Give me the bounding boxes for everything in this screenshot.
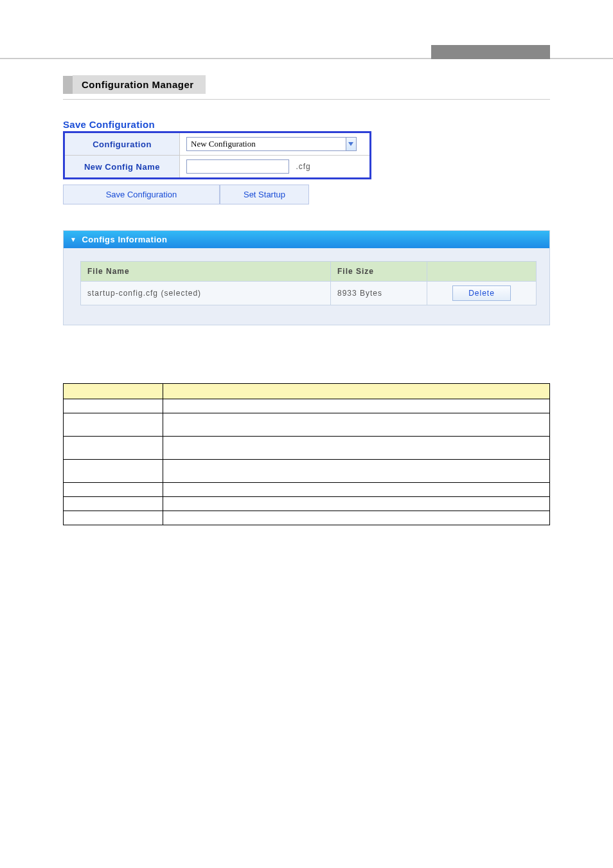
configuration-select-value: New Configuration: [187, 138, 346, 150]
table-row: startup-config.cfg (selected) 8933 Bytes…: [81, 282, 537, 305]
title-underline: [63, 99, 550, 100]
page-title: Configuration Manager: [73, 75, 206, 94]
desc-header-left: [64, 384, 163, 399]
description-table: [63, 383, 550, 525]
configuration-label: Configuration: [64, 132, 180, 156]
col-file-size: File Size: [331, 262, 427, 282]
caret-down-icon: ▼: [70, 236, 76, 243]
col-actions: [427, 262, 537, 282]
set-startup-button[interactable]: Set Startup: [220, 185, 309, 204]
configuration-field: New Configuration: [180, 132, 371, 156]
save-config-table: Configuration New Configuration New Conf…: [63, 131, 371, 179]
cell-file-name: startup-config.cfg (selected): [81, 282, 331, 305]
content-area: Configuration Manager Save Configuration…: [0, 59, 613, 351]
new-config-name-input[interactable]: [186, 159, 289, 174]
configs-info-body: File Name File Size startup-config.cfg (…: [64, 248, 549, 325]
cell-action: Delete: [427, 282, 537, 305]
configuration-select[interactable]: New Configuration: [186, 137, 357, 151]
configs-info-panel: ▼ Configs Information File Name File Siz…: [63, 230, 550, 325]
page-title-bar: Configuration Manager: [63, 75, 206, 94]
chevron-down-icon: [346, 138, 356, 150]
title-accent: [63, 76, 73, 94]
cell-file-size: 8933 Bytes: [331, 282, 427, 305]
top-gray-block: [431, 45, 550, 59]
desc-header-right: [163, 384, 550, 399]
table-header-row: File Name File Size: [81, 262, 537, 282]
save-configuration-button[interactable]: Save Configuration: [63, 185, 220, 204]
configs-info-header[interactable]: ▼ Configs Information: [64, 231, 549, 248]
configs-info-table: File Name File Size startup-config.cfg (…: [80, 261, 537, 305]
delete-button[interactable]: Delete: [452, 285, 511, 301]
col-file-name: File Name: [81, 262, 331, 282]
save-config-section-title: Save Configuration: [63, 119, 550, 130]
new-config-name-field: .cfg: [180, 156, 371, 179]
button-row: Save Configuration Set Startup: [63, 185, 550, 204]
new-config-name-label: New Config Name: [64, 156, 180, 179]
configs-info-header-text: Configs Information: [82, 235, 167, 244]
cfg-suffix: .cfg: [296, 162, 310, 171]
top-divider: [0, 51, 613, 59]
